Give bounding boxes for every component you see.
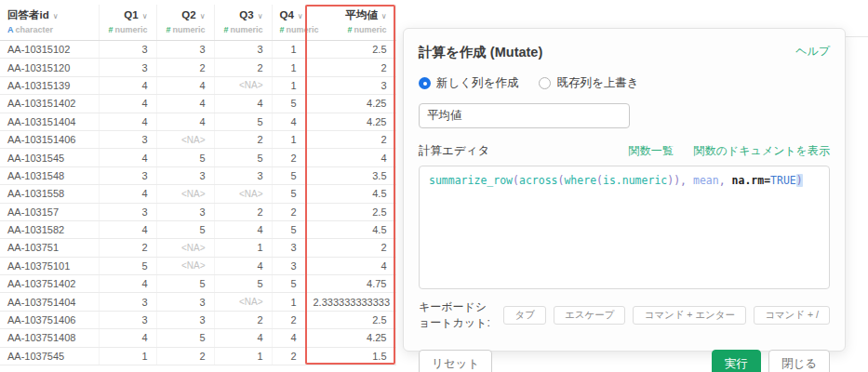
cell-value: 2 [305, 59, 395, 76]
close-button[interactable]: 閉じる [768, 350, 830, 372]
column-title: Q4 [280, 9, 294, 20]
column-type-label: #numeric [314, 25, 387, 35]
cell-value: 4 [214, 95, 272, 113]
cell-value: 4 [99, 95, 156, 113]
cell-value: 3 [99, 203, 156, 220]
cell-value: <NA> [156, 257, 214, 274]
column-title: Q1 [124, 9, 138, 20]
cell-value: 5 [272, 220, 305, 238]
numeric-type-icon: # [347, 25, 352, 34]
radio-unselected-icon [539, 77, 551, 89]
column-title: Q2 [181, 9, 195, 20]
cell-value: 3 [156, 41, 214, 59]
cell-value: 1 [272, 76, 305, 94]
cell-value: 3 [99, 311, 156, 328]
cell-value: 1 [272, 293, 305, 311]
code-token: across [519, 174, 558, 187]
data-table: 回答者id∨AcharacterQ1∨#numericQ2∨#numericQ3… [0, 5, 396, 365]
cell-respondent-id: AA-103751402 [0, 275, 99, 293]
cell-value: 4 [214, 257, 272, 274]
column-header-回答者id[interactable]: 回答者id∨Acharacter [0, 5, 99, 41]
cell-value: <NA> [214, 185, 272, 203]
numeric-type-icon: # [108, 25, 113, 34]
calc-editor[interactable]: summarize_row(across(where(is.numeric)),… [419, 166, 830, 289]
cell-value: 5 [214, 113, 272, 130]
app-window: 回答者id∨AcharacterQ1∨#numericQ2∨#numericQ3… [0, 0, 868, 372]
sort-chevron-icon[interactable]: ∨ [142, 12, 148, 20]
shortcuts-label: キーボードショートカット: [419, 299, 494, 331]
column-header-Q4[interactable]: Q4∨#numeric [272, 5, 305, 41]
cell-respondent-id: AA-103751406 [0, 311, 99, 328]
column-type-label: #numeric [165, 25, 206, 35]
help-link[interactable]: ヘルプ [795, 44, 830, 60]
calc-editor-label: 計算エディタ [419, 143, 489, 159]
cell-value: 4 [156, 76, 214, 94]
cell-value: 4 [272, 329, 305, 347]
keyboard-shortcuts: キーボードショートカット: タブエスケープコマンド + エンターコマンド + / [419, 299, 830, 331]
cell-value: 2 [214, 130, 272, 148]
code-token: where [564, 174, 596, 187]
cell-value: 4 [214, 329, 272, 347]
column-header-Q2[interactable]: Q2∨#numeric [156, 5, 214, 41]
data-table-panel: 回答者id∨AcharacterQ1∨#numericQ2∨#numericQ3… [0, 5, 395, 365]
code-token: )) [667, 174, 680, 187]
dialog-title: 計算を作成 (Mutate) [419, 44, 542, 61]
cell-value: 1 [272, 130, 305, 148]
cell-respondent-id: AA-103151406 [0, 130, 99, 148]
table-header-row: 回答者id∨AcharacterQ1∨#numericQ2∨#numericQ3… [0, 5, 395, 41]
shortcut-key-chip: コマンド + / [754, 306, 830, 325]
table-row: AA-1031514063<NA>212 [0, 130, 395, 148]
table-row: AA-10375140245554.75 [0, 275, 395, 293]
cell-value: 3 [272, 257, 305, 274]
cell-value: 1 [214, 239, 272, 257]
function-list-link[interactable]: 関数一覧 [629, 143, 674, 159]
cell-value: 3 [99, 293, 156, 311]
sort-chevron-icon[interactable]: ∨ [53, 12, 59, 20]
cell-value: 1.5 [305, 347, 395, 365]
cell-value: 4.5 [305, 185, 395, 203]
column-header-Q1[interactable]: Q1∨#numeric [99, 5, 156, 41]
sort-chevron-icon[interactable]: ∨ [298, 12, 303, 20]
cell-value: 2.333333333333 [305, 293, 395, 311]
sort-chevron-icon[interactable]: ∨ [381, 12, 387, 20]
cell-value: 4.25 [305, 113, 395, 130]
cell-value: 4 [272, 113, 305, 130]
reset-button[interactable]: リセット [419, 350, 492, 372]
radio-overwrite-column[interactable]: 既存列を上書き [539, 75, 638, 91]
column-type-label: #numeric [280, 25, 297, 35]
cell-value: 3 [156, 311, 214, 328]
function-docs-link[interactable]: 関数のドキュメントを表示 [694, 143, 830, 159]
background-panel-divider [842, 36, 868, 37]
sort-chevron-icon[interactable]: ∨ [200, 12, 206, 20]
cell-value: 4 [99, 275, 156, 293]
cell-value: 3 [99, 41, 156, 59]
code-token: ( [513, 174, 519, 187]
cell-value: 4 [99, 329, 156, 347]
cell-value: 3 [156, 166, 214, 184]
sort-chevron-icon[interactable]: ∨ [258, 12, 263, 20]
cell-value: 1 [272, 41, 305, 59]
cell-respondent-id: AA-1031558 [0, 185, 99, 203]
run-button[interactable]: 実行 [712, 350, 761, 372]
radio-new-column[interactable]: 新しく列を作成 [419, 75, 518, 91]
cell-value: 3 [214, 41, 272, 59]
column-type-label: #numeric [107, 25, 148, 35]
column-title: Q3 [239, 9, 253, 20]
cell-respondent-id: AA-10375101 [0, 257, 99, 274]
cell-respondent-id: AA-1031582 [0, 220, 99, 238]
cell-value: <NA> [156, 239, 214, 257]
cell-respondent-id: AA-1037545 [0, 347, 99, 365]
cell-value: 4.25 [305, 329, 395, 347]
code-token: summarize_row [429, 174, 513, 187]
cell-respondent-id: AA-1031548 [0, 166, 99, 184]
table-row: AA-103751015<NA>434 [0, 257, 395, 274]
column-header-平均値[interactable]: 平均値∨#numeric [305, 5, 395, 41]
table-row: AA-10375140633222.5 [0, 311, 395, 328]
code-token: TRUE [770, 174, 796, 187]
cell-value: <NA> [156, 130, 214, 148]
cell-value: 2 [214, 203, 272, 220]
cell-value: 3 [99, 166, 156, 184]
cell-value: 3 [156, 203, 214, 220]
new-column-name-input[interactable] [419, 103, 630, 128]
column-header-Q3[interactable]: Q3∨#numeric [214, 5, 272, 41]
